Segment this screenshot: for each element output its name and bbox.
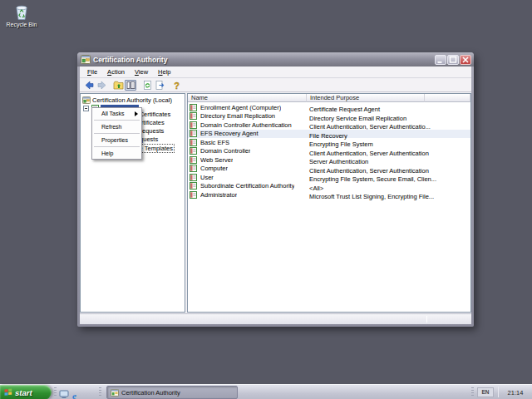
taskbar-button-label: Certification Authority <box>121 389 180 397</box>
back-button[interactable] <box>83 80 95 91</box>
certificate-template-icon <box>190 104 197 111</box>
menu-view[interactable]: View <box>130 66 153 77</box>
status-bar <box>80 313 471 324</box>
up-one-level-button[interactable] <box>112 80 124 91</box>
tree-root-node[interactable]: Certification Authority (Local) <box>81 96 172 104</box>
certificate-template-icon <box>190 112 197 120</box>
internet-explorer-button[interactable]: e <box>72 387 82 397</box>
close-button[interactable] <box>460 55 471 65</box>
submenu-arrow-icon <box>135 111 138 116</box>
console-window-icon <box>111 389 119 397</box>
menu-separator <box>94 133 140 134</box>
context-menu-label: Properties <box>101 137 128 143</box>
windows-flag-icon <box>4 388 12 397</box>
context-menu-item-properties[interactable]: Properties <box>92 135 141 145</box>
show-desktop-button[interactable] <box>59 387 69 397</box>
export-list-icon <box>155 80 165 91</box>
certification-authority-window: Certification Authority File Action View… <box>77 52 474 327</box>
template-name: Enrollment Agent (Computer) <box>200 104 281 111</box>
context-menu-item-all-tasks[interactable]: All Tasks <box>92 109 141 118</box>
show-desktop-icon <box>59 389 69 399</box>
context-menu: All Tasks Refresh Properties Help <box>91 107 142 160</box>
template-name: Web Server <box>200 156 233 164</box>
toolbar: ? <box>80 79 471 92</box>
console-window-icon <box>81 55 91 64</box>
start-button[interactable]: start <box>0 385 52 399</box>
recycle-bin-shortcut[interactable]: Recycle Bin <box>4 2 39 27</box>
menu-file[interactable]: File <box>82 66 102 77</box>
certificate-template-icon <box>190 139 197 146</box>
export-list-button[interactable] <box>154 80 165 91</box>
template-name: Computer <box>200 165 228 172</box>
taskbar-button-certification-authority[interactable]: Certification Authority <box>106 386 238 399</box>
certificate-template-icon <box>190 130 197 137</box>
window-body: File Action View Help <box>80 66 471 324</box>
certificate-template-icon <box>190 156 197 164</box>
recycle-bin-label: Recycle Bin <box>4 22 39 27</box>
context-menu-item-help[interactable]: Help <box>92 149 141 158</box>
certificate-template-icon <box>190 191 197 199</box>
forward-button[interactable] <box>96 80 107 91</box>
refresh-button[interactable] <box>141 80 153 91</box>
maximize-icon <box>448 56 458 64</box>
taskbar-drag-handle[interactable] <box>99 387 101 397</box>
template-name: Basic EFS <box>200 139 229 146</box>
template-name: User <box>200 174 214 181</box>
menu-bar: File Action View Help <box>80 66 471 78</box>
context-menu-item-refresh[interactable]: Refresh <box>92 122 141 131</box>
minimize-icon <box>436 56 446 64</box>
template-name: Domain Controller Authentication <box>200 121 292 129</box>
help-button[interactable]: ? <box>170 80 182 91</box>
quick-launch-drag-handle[interactable] <box>54 387 57 397</box>
column-header-name[interactable]: Name <box>188 94 307 102</box>
language-indicator[interactable]: EN <box>477 387 494 397</box>
taskbar-clock[interactable]: 21:14 <box>500 385 530 399</box>
template-name: Subordinate Certification Authority <box>200 182 294 190</box>
tray-drag-handle[interactable] <box>471 387 474 397</box>
certificate-template-icon <box>190 165 197 172</box>
maximize-button[interactable] <box>447 55 459 65</box>
context-menu-label: Refresh <box>101 124 122 130</box>
help-icon: ? <box>171 80 182 91</box>
template-name: Domain Controller <box>200 147 250 155</box>
table-row[interactable]: Administrator Microsoft Trust List Signi… <box>188 190 470 200</box>
intended-purpose: Microsoft Trust List Signing, Encrypting… <box>309 193 434 200</box>
tree-root-label: Certification Authority (Local) <box>92 96 172 104</box>
menu-separator <box>94 146 140 147</box>
certificate-template-icon <box>190 174 197 181</box>
list-rows: Enrollment Agent (Computer) Certificate … <box>188 103 470 200</box>
forward-icon <box>96 80 107 91</box>
template-name: Directory Email Replication <box>200 112 275 120</box>
status-bar-divider <box>426 316 427 323</box>
menu-separator <box>94 120 140 121</box>
menu-action[interactable]: Action <box>102 66 130 77</box>
refresh-icon <box>142 80 153 91</box>
recycle-bin-icon <box>13 2 30 21</box>
console-tree-icon <box>126 81 135 90</box>
start-button-label: start <box>15 388 32 397</box>
certification-authority-icon <box>82 96 91 104</box>
certificate-template-icon <box>190 147 197 155</box>
certificate-template-icon <box>190 121 197 129</box>
window-title: Certification Authority <box>93 56 434 64</box>
template-name: EFS Recovery Agent <box>200 130 259 137</box>
context-menu-label: All Tasks <box>101 111 125 116</box>
up-folder-icon <box>113 80 124 91</box>
certificate-template-icon <box>190 182 197 190</box>
template-name: Administrator <box>200 191 237 199</box>
back-icon <box>84 80 95 91</box>
desktop: Recycle Bin Certification Authority <box>0 0 532 399</box>
menu-help[interactable]: Help <box>153 66 175 77</box>
internet-explorer-icon: e <box>72 391 76 399</box>
show-hide-console-tree-button[interactable] <box>125 80 136 91</box>
templates-list-pane: Name Intended Purpose Enrollment Agent (… <box>187 93 471 313</box>
close-icon <box>461 56 470 64</box>
tray-separator <box>498 387 499 397</box>
minimize-button[interactable] <box>435 55 446 65</box>
svg-text:?: ? <box>174 81 180 91</box>
taskbar: start e Certification Authority EN 21:14 <box>0 384 532 399</box>
window-titlebar[interactable]: Certification Authority <box>77 52 474 66</box>
context-menu-label: Help <box>101 150 113 156</box>
